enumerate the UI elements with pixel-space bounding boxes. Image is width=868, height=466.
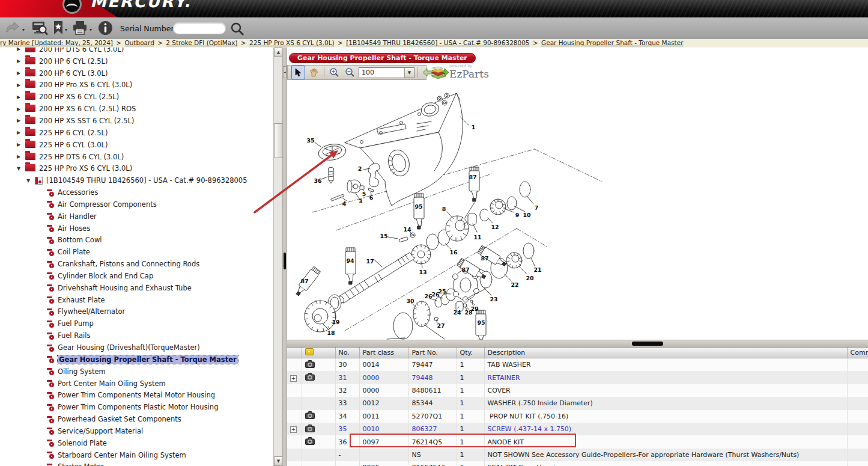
tree-item[interactable]: ▼225 HP Pro XS 6 CYL (3.0L)	[0, 162, 273, 174]
tree-item-label[interactable]: Fuel Rails	[58, 331, 90, 340]
row-expander-cell[interactable]: +	[287, 371, 302, 384]
tree-item[interactable]: Air Handler	[0, 210, 273, 222]
tree-item[interactable]: Service/Support Material	[0, 425, 273, 437]
row-camera-cell[interactable]	[302, 449, 335, 461]
tree-item[interactable]: ▶200 HP XS SST 6 CYL (2.5L)	[0, 115, 273, 127]
tree-item[interactable]: Air Compressor Components	[0, 198, 273, 210]
column-comments[interactable]: Comments	[847, 348, 868, 358]
horizontal-splitter[interactable]	[287, 340, 868, 348]
tree-item[interactable]: Powerhead Gasket Set Components	[0, 413, 273, 425]
tree-item-label[interactable]: Coil Plate	[58, 248, 90, 256]
tree-item[interactable]: Exhaust Plate	[0, 294, 273, 306]
camera-icon[interactable]	[305, 437, 315, 445]
tree-item[interactable]: Coil Plate	[0, 246, 273, 258]
expand-twisty-icon[interactable]: ▶	[17, 154, 25, 159]
collapse-twisty-icon[interactable]: ▼	[26, 178, 35, 183]
part-row[interactable]: 32000084806111COVER	[287, 384, 868, 397]
breadcrumb-link[interactable]: ry Marine [Updated: May, 25, 2024]	[0, 39, 113, 46]
expand-twisty-icon[interactable]: ▶	[17, 48, 25, 52]
expand-twisty-icon[interactable]: ▶	[17, 58, 25, 64]
collapse-twisty-icon[interactable]: ▼	[17, 166, 25, 171]
tree-item[interactable]: Cylinder Block and End Cap	[0, 270, 273, 282]
camera-icon[interactable]	[305, 373, 315, 381]
tree-item-label[interactable]: Cylinder Block and End Cap	[58, 272, 153, 280]
serial-number-input[interactable]	[173, 22, 226, 34]
tree-item-label[interactable]: Solenoid Plate	[58, 439, 107, 447]
tree-item-label[interactable]: 225 HP Pro XS 6 CYL (3.0L)	[39, 164, 132, 173]
tree-item[interactable]: Starboard Center Main Oiling System	[0, 449, 273, 461]
tree-item[interactable]: Accessories	[0, 186, 273, 198]
search-icon[interactable]	[230, 22, 244, 38]
row-expander-cell[interactable]: +	[287, 423, 302, 435]
pan-hand-icon[interactable]	[307, 66, 321, 79]
part-row[interactable]: +3500108063271SCREW (.437-14 x 1.750)	[287, 423, 868, 435]
tree-item-label[interactable]: 200 HP 6 CYL (2.5L)	[39, 57, 108, 66]
tree-item-label[interactable]: Service/Support Material	[58, 427, 143, 435]
tree-item[interactable]: Fuel Pump	[0, 317, 273, 330]
tree-item[interactable]: ▶225 HP DTS 6 CYL (3.0L)	[0, 151, 273, 163]
tree-item[interactable]: Oiling System	[0, 366, 273, 378]
tree-item[interactable]: ▼[1B104549 THRU 1B426560] - USA - Cat.# …	[0, 174, 273, 186]
tree-item-label[interactable]: Exhaust Plate	[58, 296, 105, 304]
row-camera-cell[interactable]	[302, 461, 335, 466]
share-dropdown-icon[interactable]: ▾	[22, 27, 25, 32]
row-camera-cell[interactable]	[302, 358, 335, 372]
tree-item[interactable]: ▶225 HP 6 CYL (3.0L)	[0, 139, 273, 151]
splitter-grip[interactable]	[632, 342, 663, 346]
collapse-panel-icon[interactable]: ◂	[283, 66, 287, 78]
expand-twisty-icon[interactable]: ▶	[17, 70, 25, 76]
tree-item[interactable]: ▶200 HP 6 CYL (2.5L)	[0, 55, 273, 67]
tree-item[interactable]: Air Hoses	[0, 222, 273, 235]
tree-item-label[interactable]: 200 HP 6 CYL (3.0L)	[39, 69, 108, 78]
expand-twisty-icon[interactable]: ▶	[17, 142, 25, 147]
expand-twisty-icon[interactable]: ▶	[17, 130, 25, 135]
breadcrumb-link[interactable]: Outboard	[124, 39, 154, 46]
column-qty[interactable]: Qty.	[457, 348, 484, 358]
row-camera-cell[interactable]	[302, 384, 335, 397]
column-part-class[interactable]: Part class	[359, 348, 408, 358]
tree-item-label[interactable]: Gear Housing (Driveshaft)(TorqueMaster)	[58, 343, 200, 352]
expand-twisty-icon[interactable]: ▶	[17, 106, 25, 112]
expand-twisty-icon[interactable]: ▶	[17, 94, 25, 100]
tree-item[interactable]: Solenoid Plate	[0, 437, 273, 449]
expand-row-icon[interactable]: +	[290, 375, 297, 382]
chevron-down-icon[interactable]: ▼	[404, 68, 414, 78]
diagram-canvas[interactable]: 1234567891011121314151617181920212223242…	[287, 81, 868, 340]
splitter-grip[interactable]	[284, 253, 286, 269]
tree-item-label[interactable]: Drivehshaft Housing and Exhaust Tube	[58, 284, 192, 292]
tree-item-label[interactable]: Air Handler	[58, 212, 97, 221]
vertical-splitter[interactable]: ◂	[282, 48, 287, 466]
model-search-icon[interactable]	[31, 20, 48, 37]
tree-item-label[interactable]: 200 HP DTS 6 CYL (3.0L)	[39, 48, 124, 54]
info-icon[interactable]	[98, 20, 113, 37]
expand-twisty-icon[interactable]: ▶	[17, 118, 25, 123]
row-camera-cell[interactable]	[302, 397, 335, 409]
tree-item[interactable]: Fuel Rails	[0, 330, 273, 342]
tree-item-label[interactable]: Air Compressor Components	[58, 200, 157, 209]
row-camera-cell[interactable]	[302, 435, 335, 448]
tree-item-label[interactable]: Power Trim Components Plastic Motor Hous…	[58, 403, 218, 411]
tree-item[interactable]: Starter Motor	[0, 461, 273, 466]
breadcrumb-link[interactable]: [1B104549 THRU 1B426560] - USA - Cat.# 9…	[346, 39, 529, 46]
tree-item-label[interactable]: Bottom Cowl	[58, 236, 102, 244]
expand-twisty-icon[interactable]: ▶	[17, 82, 25, 88]
tree-item[interactable]: Power Trim Components Metal Motor Housin…	[0, 389, 273, 401]
column-description[interactable]: Description	[484, 348, 847, 358]
tree-item-label[interactable]: Flywheel/Alternator	[58, 307, 125, 316]
camera-icon[interactable]	[305, 360, 315, 368]
tree-item[interactable]: Port Center Main Oiling System	[0, 378, 273, 390]
expand-row-icon[interactable]: +	[290, 426, 297, 433]
bookmark-icon[interactable]	[53, 20, 64, 37]
breadcrumb-link[interactable]: 2 Stroke DFI (OptiMax)	[166, 39, 237, 46]
part-row[interactable]: 34001152707Q11 PROP NUT KIT (.750-16)	[287, 410, 868, 423]
part-row[interactable]: -0026816575A61SEAL KIT Gear Housing	[287, 461, 868, 466]
tree-item[interactable]: ▶200 HP DTS 6 CYL (3.0L)	[0, 48, 273, 55]
scroll-down-icon[interactable]: ▼	[274, 456, 283, 466]
tree-item-label[interactable]: Port Center Main Oiling System	[58, 379, 166, 388]
tree-item[interactable]: Flywheel/Alternator	[0, 306, 273, 318]
tree-item-label[interactable]: 225 HP 6 CYL (3.0L)	[39, 141, 108, 149]
tree-item-label[interactable]: Gear Housing Propeller Shaft - Torque Ma…	[58, 355, 238, 364]
tree-item-label[interactable]: 225 HP DTS 6 CYL (3.0L)	[39, 153, 124, 161]
tree-item[interactable]: ▶200 HP XS 6 CYL (2.5L) ROS	[0, 103, 273, 115]
row-camera-cell[interactable]	[302, 410, 335, 423]
